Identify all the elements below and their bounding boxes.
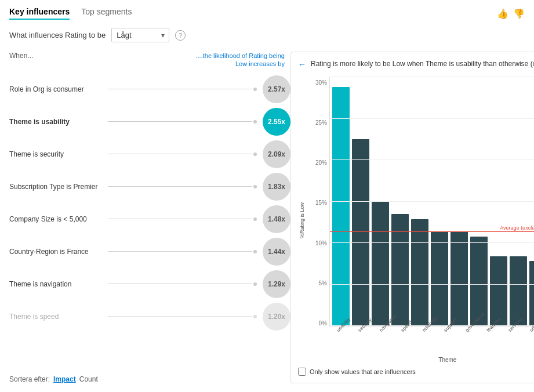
bar-services	[490, 256, 507, 326]
influencer-label: Country-Region is France	[9, 248, 102, 256]
bars-container: Average (excluding selected): 11.35%	[329, 77, 534, 326]
sort-impact-button[interactable]: Impact	[53, 375, 76, 383]
influencer-label: Theme is navigation	[9, 280, 102, 288]
influencers-checkbox[interactable]	[298, 368, 306, 376]
y-label: 30%	[315, 79, 327, 86]
checkbox-row[interactable]: Only show values that are influencers	[298, 368, 534, 376]
influencer-bubble: 1.83x	[263, 173, 290, 201]
right-panel: ← Rating is more likely to be Low when T…	[290, 52, 534, 383]
bar-speed	[391, 214, 409, 326]
influencer-label: Theme is speed	[9, 313, 102, 321]
x-axis: usability security navigation speed reli…	[329, 326, 534, 355]
influencer-bubble: 1.48x	[263, 205, 290, 233]
influencer-label: Subscription Type is Premier	[9, 183, 102, 191]
y-label: 15%	[315, 199, 327, 206]
bar-governance	[451, 231, 468, 326]
list-item[interactable]: Theme is security 2.09x	[9, 139, 290, 169]
influencer-label: Theme is usability	[9, 118, 102, 126]
col-when-label: When...	[9, 52, 33, 68]
influencer-bubble: 2.55x	[263, 108, 290, 136]
chart-area: %Rating is Low 30% 25% 20% 15% 10% 5%	[298, 77, 534, 363]
influencer-label: Company Size is < 5,000	[9, 215, 102, 223]
y-label: 10%	[315, 240, 327, 246]
influencers-list: Role in Org is consumer 2.57x Theme is u…	[9, 74, 290, 371]
list-item[interactable]: Theme is speed 1.20x	[9, 302, 290, 332]
influencer-bubble: 2.09x	[263, 140, 290, 168]
influencer-bubble: 1.29x	[263, 270, 290, 298]
tab-key-influencers[interactable]: Key influencers	[9, 7, 70, 20]
sort-label: Sortera efter:	[9, 375, 50, 383]
checkbox-label: Only show values that are influencers	[310, 368, 416, 375]
list-item[interactable]: Subscription Type is Premier 1.83x	[9, 172, 290, 202]
bar-features	[470, 237, 488, 326]
col-likelihood-label: ....the likelihood of Rating being Low i…	[192, 52, 285, 68]
y-axis: 30% 25% 20% 15% 10% 5% 0%	[306, 77, 329, 355]
bar-other	[510, 256, 527, 326]
avg-label: Average (excluding selected): 11.35%	[500, 225, 534, 231]
filter-select[interactable]: Lågt	[111, 28, 169, 42]
help-icon[interactable]: ?	[175, 30, 186, 41]
filter-label: What influences Rating to be	[9, 31, 106, 39]
list-item[interactable]: Country-Region is France 1.44x	[9, 237, 290, 267]
list-item[interactable]: Theme is usability 2.55x	[9, 107, 290, 137]
influencer-bubble: 1.20x	[263, 303, 290, 331]
thumbs-up-icon[interactable]: 👍	[497, 8, 508, 19]
bar-design	[529, 261, 534, 326]
back-arrow-icon[interactable]: ←	[298, 60, 306, 69]
list-item[interactable]: Role in Org is consumer 2.57x	[9, 74, 290, 104]
y-label: 25%	[315, 119, 327, 126]
list-item[interactable]: Company Size is < 5,000 1.48x	[9, 204, 290, 234]
bar-security	[352, 139, 369, 326]
sort-count-button[interactable]: Count	[79, 375, 98, 383]
bar-support	[431, 231, 448, 326]
influencer-label: Role in Org is consumer	[9, 85, 102, 93]
list-item[interactable]: Theme is navigation 1.29x	[9, 269, 290, 299]
bar-usability	[332, 87, 350, 326]
influencer-bubble: 1.44x	[263, 238, 290, 266]
influencer-label: Theme is security	[9, 150, 102, 158]
y-label: 0%	[319, 320, 327, 326]
tab-top-segments[interactable]: Top segments	[81, 7, 132, 20]
sort-row: Sortera efter: Impact Count	[9, 375, 98, 383]
y-label: 20%	[315, 159, 327, 166]
bar-navigation	[372, 202, 389, 326]
y-axis-title: %Rating is Low	[299, 202, 305, 238]
filter-select-wrapper[interactable]: Lågt	[111, 28, 169, 42]
x-axis-title: Theme	[306, 357, 534, 363]
bar-reliability	[411, 219, 428, 326]
y-label: 5%	[319, 280, 327, 286]
thumbs-down-icon[interactable]: 👎	[513, 8, 525, 19]
influencer-bubble: 2.57x	[263, 75, 290, 103]
panel-title: Rating is more likely to be Low when The…	[311, 59, 534, 69]
